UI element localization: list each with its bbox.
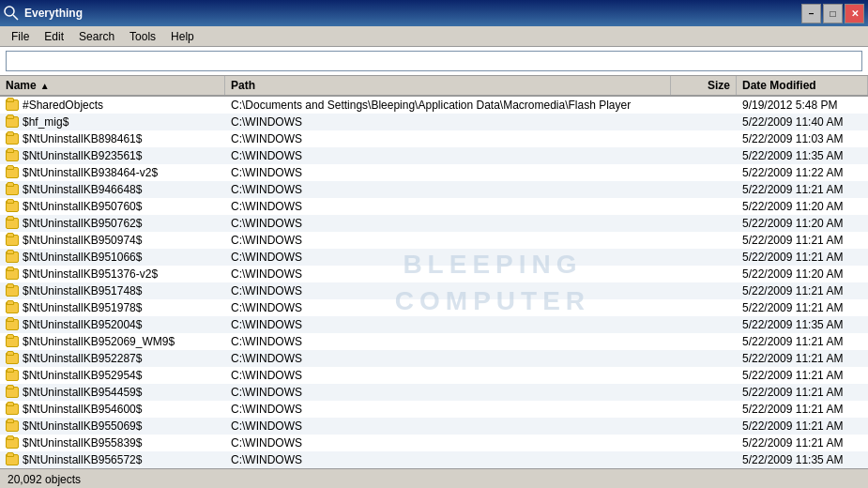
table-row[interactable]: $hf_mig$ C:\WINDOWS 5/22/2009 11:40 AM bbox=[0, 114, 868, 130]
cell-date: 5/22/2009 11:03 AM bbox=[737, 131, 868, 146]
table-row[interactable]: $NtUninstallKB951748$ C:\WINDOWS 5/22/20… bbox=[0, 282, 868, 299]
cell-path: C:\WINDOWS bbox=[225, 368, 671, 383]
table-row[interactable]: $NtUninstallKB923561$ C:\WINDOWS 5/22/20… bbox=[0, 147, 868, 164]
table-row[interactable]: $NtUninstallKB954459$ C:\WINDOWS 5/22/20… bbox=[0, 384, 868, 401]
search-input[interactable] bbox=[6, 51, 862, 71]
menu-item-search[interactable]: Search bbox=[71, 28, 122, 45]
cell-size bbox=[671, 391, 737, 393]
table-row[interactable]: $NtUninstallKB938464-v2$ C:\WINDOWS 5/22… bbox=[0, 164, 868, 181]
cell-path: C:\WINDOWS bbox=[225, 283, 671, 298]
cell-date: 5/22/2009 11:22 AM bbox=[737, 165, 868, 180]
menu-item-edit[interactable]: Edit bbox=[37, 28, 71, 45]
cell-path: C:\WINDOWS bbox=[225, 250, 671, 265]
cell-size bbox=[671, 358, 737, 359]
cell-size bbox=[671, 324, 737, 326]
folder-icon bbox=[6, 99, 19, 111]
cell-date: 5/22/2009 11:20 AM bbox=[737, 199, 868, 214]
cell-name: $NtUninstallKB950760$ bbox=[0, 199, 225, 214]
table-row[interactable]: $NtUninstallKB954600$ C:\WINDOWS 5/22/20… bbox=[0, 401, 868, 418]
cell-size bbox=[671, 425, 737, 427]
cell-size bbox=[671, 239, 737, 241]
folder-icon bbox=[6, 133, 19, 145]
search-bar bbox=[0, 47, 868, 76]
column-name-header[interactable]: Name ▲ bbox=[0, 76, 225, 95]
cell-date: 5/22/2009 11:21 AM bbox=[737, 419, 868, 434]
svg-point-0 bbox=[5, 7, 14, 16]
column-path-header[interactable]: Path bbox=[225, 76, 671, 95]
file-list: #SharedObjects C:\Documents and Settings… bbox=[0, 97, 868, 468]
cell-name: $NtUninstallKB954600$ bbox=[0, 402, 225, 417]
table-row[interactable]: $NtUninstallKB951376-v2$ C:\WINDOWS 5/22… bbox=[0, 266, 868, 282]
cell-date: 9/19/2012 5:48 PM bbox=[737, 98, 868, 113]
cell-date: 5/22/2009 11:40 AM bbox=[737, 114, 868, 130]
folder-icon bbox=[6, 319, 19, 330]
folder-icon bbox=[6, 268, 19, 280]
cell-size bbox=[671, 138, 737, 140]
folder-icon bbox=[6, 404, 19, 415]
table-row[interactable]: $NtUninstallKB952069_WM9$ C:\WINDOWS 5/2… bbox=[0, 333, 868, 350]
window-controls[interactable]: – □ ✕ bbox=[801, 4, 864, 23]
cell-path: C:\WINDOWS bbox=[225, 182, 671, 197]
cell-name: $NtUninstallKB955069$ bbox=[0, 419, 225, 434]
cell-path: C:\WINDOWS bbox=[225, 300, 671, 315]
app-icon bbox=[4, 6, 19, 21]
cell-path: C:\WINDOWS bbox=[225, 199, 671, 214]
cell-size bbox=[671, 341, 737, 343]
menu-item-file[interactable]: File bbox=[4, 28, 37, 45]
table-row[interactable]: $NtUninstallKB950762$ C:\WINDOWS 5/22/20… bbox=[0, 215, 868, 232]
cell-size bbox=[671, 459, 737, 461]
cell-path: C:\WINDOWS bbox=[225, 317, 671, 332]
cell-name: $NtUninstallKB952069_WM9$ bbox=[0, 334, 225, 349]
table-row[interactable]: $NtUninstallKB946648$ C:\WINDOWS 5/22/20… bbox=[0, 181, 868, 198]
cell-path: C:\WINDOWS bbox=[225, 452, 671, 467]
cell-path: C:\WINDOWS bbox=[225, 114, 671, 130]
cell-date: 5/22/2009 11:21 AM bbox=[737, 368, 868, 383]
table-row[interactable]: #SharedObjects C:\Documents and Settings… bbox=[0, 97, 868, 114]
column-headers: Name ▲ Path Size Date Modified bbox=[0, 76, 868, 97]
cell-date: 5/22/2009 11:21 AM bbox=[737, 402, 868, 417]
column-date-header[interactable]: Date Modified bbox=[737, 76, 868, 95]
table-row[interactable]: $NtUninstallKB950974$ C:\WINDOWS 5/22/20… bbox=[0, 232, 868, 249]
cell-name: $NtUninstallKB956572$ bbox=[0, 452, 225, 467]
cell-name: $NtUninstallKB946648$ bbox=[0, 182, 225, 197]
cell-size bbox=[671, 222, 737, 224]
folder-icon bbox=[6, 218, 19, 229]
folder-icon bbox=[6, 116, 19, 128]
title-bar: Everything – □ ✕ bbox=[0, 0, 868, 26]
table-row[interactable]: $NtUninstallKB955069$ C:\WINDOWS 5/22/20… bbox=[0, 418, 868, 435]
cell-name: $NtUninstallKB954459$ bbox=[0, 385, 225, 400]
folder-icon bbox=[6, 167, 19, 178]
cell-path: C:\WINDOWS bbox=[225, 131, 671, 146]
table-row[interactable]: $NtUninstallKB951066$ C:\WINDOWS 5/22/20… bbox=[0, 249, 868, 266]
maximize-button[interactable]: □ bbox=[823, 4, 843, 23]
table-row[interactable]: $NtUninstallKB952004$ C:\WINDOWS 5/22/20… bbox=[0, 316, 868, 333]
cell-name: $NtUninstallKB923561$ bbox=[0, 148, 225, 163]
cell-name: $NtUninstallKB950762$ bbox=[0, 216, 225, 231]
cell-path: C:\WINDOWS bbox=[225, 385, 671, 400]
column-size-header[interactable]: Size bbox=[671, 76, 737, 95]
cell-date: 5/22/2009 11:35 AM bbox=[737, 148, 868, 163]
cell-path: C:\WINDOWS bbox=[225, 233, 671, 248]
table-row[interactable]: $NtUninstallKB952287$ C:\WINDOWS 5/22/20… bbox=[0, 350, 868, 367]
cell-date: 5/22/2009 11:21 AM bbox=[737, 435, 868, 450]
cell-date: 5/22/2009 11:20 AM bbox=[737, 216, 868, 231]
table-row[interactable]: $NtUninstallKB951978$ C:\WINDOWS 5/22/20… bbox=[0, 299, 868, 316]
cell-size bbox=[671, 189, 737, 191]
close-button[interactable]: ✕ bbox=[845, 4, 864, 23]
file-list-container[interactable]: BLEEPING COMPUTER #SharedObjects C:\Docu… bbox=[0, 97, 868, 468]
table-row[interactable]: $NtUninstallKB955839$ C:\WINDOWS 5/22/20… bbox=[0, 435, 868, 451]
table-row[interactable]: $NtUninstallKB898461$ C:\WINDOWS 5/22/20… bbox=[0, 130, 868, 147]
menu-item-tools[interactable]: Tools bbox=[122, 28, 163, 45]
folder-icon bbox=[6, 252, 19, 263]
table-row[interactable]: $NtUninstallKB952954$ C:\WINDOWS 5/22/20… bbox=[0, 367, 868, 384]
minimize-button[interactable]: – bbox=[801, 4, 821, 23]
cell-date: 5/22/2009 11:21 AM bbox=[737, 351, 868, 366]
menu-item-help[interactable]: Help bbox=[163, 28, 202, 45]
table-row[interactable]: $NtUninstallKB956572$ C:\WINDOWS 5/22/20… bbox=[0, 451, 868, 468]
cell-path: C:\WINDOWS bbox=[225, 435, 671, 450]
cell-size bbox=[671, 408, 737, 410]
cell-name: $NtUninstallKB898461$ bbox=[0, 131, 225, 146]
cell-path: C:\WINDOWS bbox=[225, 267, 671, 282]
table-row[interactable]: $NtUninstallKB950760$ C:\WINDOWS 5/22/20… bbox=[0, 198, 868, 215]
cell-date: 5/22/2009 11:21 AM bbox=[737, 334, 868, 349]
